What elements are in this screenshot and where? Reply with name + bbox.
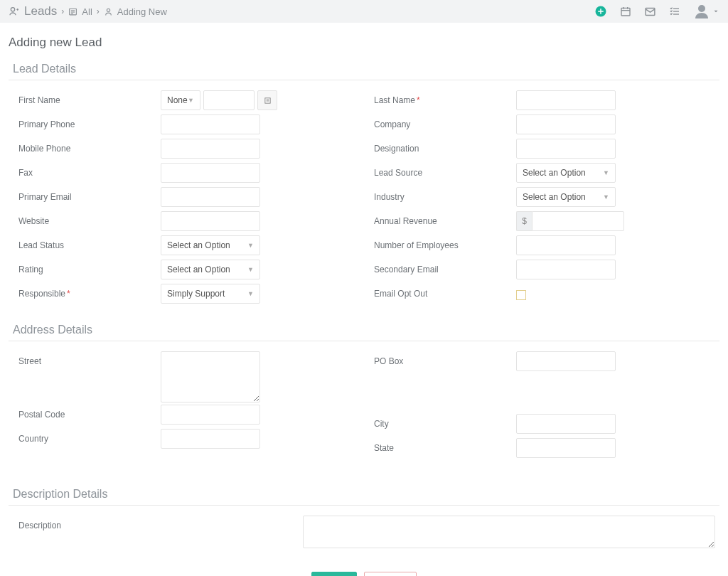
label-city: City [374, 414, 516, 429]
num-employees-input[interactable] [516, 235, 616, 255]
label-website: Website [18, 211, 161, 226]
rating-value: Select an Option [167, 265, 230, 274]
annual-revenue-input[interactable] [532, 211, 624, 231]
label-designation: Designation [374, 139, 516, 154]
responsible-select[interactable]: Simply Support▼ [161, 284, 260, 304]
lead-status-value: Select an Option [167, 240, 230, 250]
svg-point-15 [698, 5, 705, 12]
salutation-value: None [167, 95, 188, 105]
responsible-value: Simply Support [167, 289, 225, 299]
lead-source-select[interactable]: Select an Option▼ [516, 163, 616, 183]
fax-input[interactable] [161, 163, 260, 183]
label-annual-revenue: Annual Revenue [374, 211, 516, 226]
breadcrumb-mid[interactable]: All [82, 6, 92, 17]
mail-icon[interactable] [644, 6, 656, 18]
header-actions [594, 3, 719, 20]
section-description-title: Description Details [13, 488, 719, 501]
list-icon [68, 7, 77, 16]
chevron-right-icon: › [61, 6, 64, 16]
save-button[interactable]: Save [311, 572, 357, 576]
label-fax: Fax [18, 163, 161, 178]
svg-point-5 [107, 9, 109, 11]
chevron-down-icon: ▼ [603, 193, 609, 201]
state-input[interactable] [516, 438, 616, 458]
city-input[interactable] [516, 414, 616, 434]
label-last-name: Last Name* [374, 90, 516, 105]
label-street: Street [18, 351, 161, 366]
breadcrumb: Leads › All › Adding New [9, 4, 167, 18]
section-address-title: Address Details [13, 324, 719, 336]
chevron-down-icon [712, 8, 719, 15]
last-name-input[interactable] [516, 90, 616, 110]
lead-source-value: Select an Option [523, 168, 586, 178]
chevron-down-icon: ▼ [247, 242, 254, 249]
lead-status-select[interactable]: Select an Option▼ [161, 235, 260, 255]
svg-point-0 [11, 8, 14, 11]
rating-select[interactable]: Select an Option▼ [161, 260, 260, 279]
po-box-input[interactable] [516, 351, 616, 371]
calendar-icon[interactable] [620, 6, 631, 17]
label-industry: Industry [374, 187, 516, 202]
label-po-box: PO Box [374, 351, 516, 366]
description-input[interactable] [303, 516, 715, 548]
page-title: Adding new Lead [9, 36, 719, 50]
label-email-opt-out: Email Opt Out [374, 284, 516, 299]
chevron-down-icon: ▼ [247, 266, 254, 273]
leads-icon [9, 6, 20, 17]
designation-input[interactable] [516, 139, 616, 159]
label-postal-code: Postal Code [18, 405, 161, 420]
label-primary-email: Primary Email [18, 187, 161, 202]
cancel-button[interactable]: Cancel [364, 572, 417, 576]
mobile-phone-input[interactable] [161, 139, 260, 159]
topbar: Leads › All › Adding New [0, 0, 728, 23]
industry-value: Select an Option [523, 192, 586, 202]
person-icon [104, 7, 113, 16]
name-expand-button[interactable] [257, 90, 277, 110]
chevron-down-icon: ▼ [188, 97, 194, 104]
email-opt-out-checkbox[interactable] [516, 290, 526, 300]
label-mobile-phone: Mobile Phone [18, 139, 161, 154]
chevron-down-icon: ▼ [247, 290, 254, 297]
label-rating: Rating [18, 260, 161, 274]
svg-rect-7 [621, 8, 630, 16]
label-num-employees: Number of Employees [374, 235, 516, 250]
section-lead-details-title: Lead Details [13, 63, 719, 75]
label-state: State [374, 438, 516, 453]
chevron-right-icon: › [97, 6, 100, 16]
add-icon[interactable] [594, 5, 607, 18]
company-input[interactable] [516, 114, 616, 134]
user-menu[interactable] [693, 3, 719, 20]
currency-symbol: $ [516, 211, 532, 231]
label-primary-phone: Primary Phone [18, 114, 161, 129]
label-secondary-email: Secondary Email [374, 260, 516, 274]
label-lead-status: Lead Status [18, 235, 161, 250]
primary-email-input[interactable] [161, 187, 260, 207]
breadcrumb-current: Adding New [117, 6, 167, 17]
salutation-select[interactable]: None ▼ [161, 90, 200, 110]
avatar-icon [693, 3, 710, 20]
chevron-down-icon: ▼ [603, 169, 609, 176]
secondary-email-input[interactable] [516, 260, 616, 279]
country-input[interactable] [161, 429, 260, 449]
postal-code-input[interactable] [161, 405, 260, 425]
label-responsible: Responsible* [18, 284, 161, 299]
breadcrumb-module[interactable]: Leads [24, 4, 57, 18]
label-country: Country [18, 429, 161, 444]
primary-phone-input[interactable] [161, 114, 260, 134]
first-name-input[interactable] [203, 90, 255, 110]
label-lead-source: Lead Source [374, 163, 516, 178]
label-company: Company [374, 114, 516, 129]
tasks-icon[interactable] [669, 6, 680, 17]
website-input[interactable] [161, 211, 260, 231]
label-first-name: First Name [18, 90, 161, 105]
industry-select[interactable]: Select an Option▼ [516, 187, 616, 207]
street-input[interactable] [161, 351, 260, 402]
label-description: Description [18, 516, 303, 550]
